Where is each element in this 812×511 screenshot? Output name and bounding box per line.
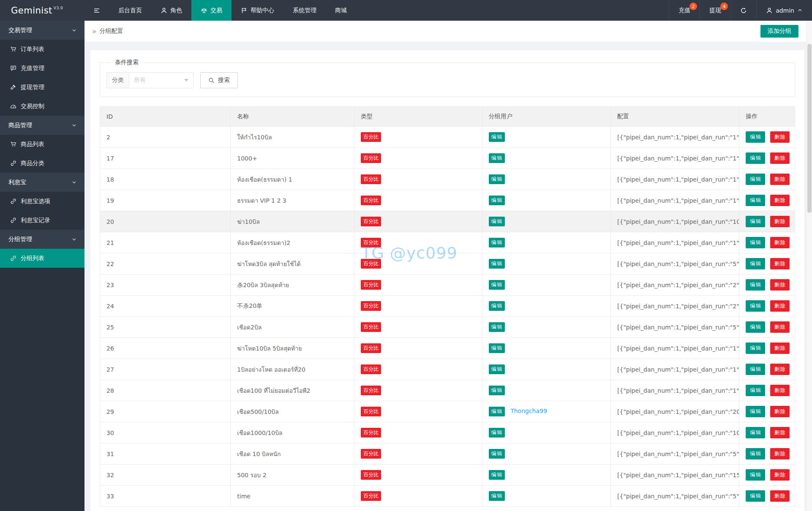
delete-row-button[interactable]: 删除 (770, 300, 790, 311)
cell-id: 25 (100, 317, 231, 338)
hamburger-icon (93, 7, 100, 14)
table-row-26: 26 ฆ่าโหด10บิล 5บิลสุดท้าย 百分比 编辑 [{"pip… (100, 338, 795, 359)
edit-users-button[interactable]: 编辑 (489, 343, 505, 353)
sidebar-group-interest-treasure[interactable]: 利息宝 (0, 173, 84, 192)
link-icon (10, 255, 16, 261)
edit-row-button[interactable]: 编辑 (746, 448, 765, 459)
sidebar-item-product-category[interactable]: 商品分类 (0, 154, 84, 173)
edit-users-button[interactable]: 编辑 (489, 174, 505, 184)
edit-users-button[interactable]: 编辑 (489, 428, 505, 438)
delete-row-button[interactable]: 删除 (770, 490, 790, 501)
sidebar-item-interest-records[interactable]: 利息宝记录 (0, 211, 84, 230)
delete-row-button[interactable]: 删除 (770, 385, 790, 396)
table-row-25: 25 เชือด2บิล 百分比 编辑 [{"pipei_dan_num":1,… (100, 317, 795, 338)
delete-row-button[interactable]: 删除 (770, 448, 790, 459)
sidebar-item-interest-options[interactable]: 利息宝选项 (0, 192, 84, 211)
edit-users-button[interactable]: 编辑 (489, 491, 505, 501)
user-link[interactable]: Thongcha99 (510, 408, 547, 414)
edit-users-button[interactable]: 编辑 (489, 280, 505, 290)
nav-item-help-center[interactable]: 帮助中心 (232, 0, 283, 21)
edit-users-button[interactable]: 编辑 (489, 238, 505, 247)
sidebar-item-trade-control[interactable]: 交易控制 (0, 97, 84, 116)
delete-row-button[interactable]: 删除 (770, 469, 790, 480)
edit-users-button[interactable]: 编辑 (489, 407, 505, 416)
edit-row-button[interactable]: 编辑 (746, 195, 765, 206)
cell-type: 百分比 (354, 422, 482, 443)
delete-row-button[interactable]: 删除 (770, 131, 790, 142)
breadcrumb-icon: » (92, 27, 96, 35)
delete-row-button[interactable]: 删除 (770, 321, 790, 332)
delete-row-button[interactable]: 删除 (770, 174, 790, 185)
app-logo: Geminist V3.0 (0, 0, 84, 21)
sidebar-toggle-button[interactable] (84, 0, 109, 21)
edit-users-button[interactable]: 编辑 (489, 217, 505, 226)
nav-item-home[interactable]: 后台首页 (109, 0, 151, 21)
cell-users: 编辑 (482, 422, 610, 443)
refresh-icon (740, 7, 747, 14)
cell-config: [{"pipei_dan_num":1,"pipei_dan_run":"2",… (611, 275, 739, 296)
edit-users-button[interactable]: 编辑 (489, 132, 505, 142)
cell-config: [{"pipei_dan_num":1,"pipei_dan_run":"1",… (611, 148, 739, 169)
nav-item-mall[interactable]: 商城 (326, 0, 356, 21)
delete-row-button[interactable]: 删除 (770, 364, 790, 375)
edit-users-button[interactable]: 编辑 (489, 196, 505, 205)
sidebar-group-trade-management[interactable]: 交易管理 (0, 21, 84, 40)
user-menu[interactable]: admin (756, 0, 812, 21)
sidebar-group-group-management[interactable]: 分组管理 (0, 230, 84, 249)
refresh-button[interactable] (730, 0, 756, 21)
delete-row-button[interactable]: 删除 (770, 406, 790, 417)
edit-row-button[interactable]: 编辑 (746, 174, 765, 185)
edit-row-button[interactable]: 编辑 (746, 490, 765, 501)
cell-id: 2 (100, 127, 231, 148)
delete-row-button[interactable]: 删除 (770, 342, 790, 353)
scrollbar-thumb[interactable] (807, 44, 812, 213)
edit-users-button[interactable]: 编辑 (489, 386, 505, 395)
cell-config: [{"pipei_dan_num":1,"pipei_dan_run":"5",… (611, 443, 739, 465)
edit-row-button[interactable]: 编辑 (746, 237, 765, 248)
category-select[interactable]: 所有 (129, 72, 193, 88)
search-button[interactable]: 搜索 (200, 72, 238, 88)
edit-row-button[interactable]: 编辑 (746, 364, 765, 375)
edit-row-button[interactable]: 编辑 (746, 385, 765, 396)
edit-row-button[interactable]: 编辑 (746, 406, 765, 417)
add-group-button[interactable]: 添加分组 (760, 25, 798, 38)
edit-row-button[interactable]: 编辑 (746, 321, 765, 332)
sidebar-item-product-list[interactable]: 商品列表 (0, 135, 84, 154)
delete-row-button[interactable]: 删除 (770, 237, 790, 248)
edit-row-button[interactable]: 编辑 (746, 427, 765, 438)
edit-row-button[interactable]: 编辑 (746, 258, 765, 269)
quick-withdraw[interactable]: 提现 4 (700, 0, 730, 21)
edit-row-button[interactable]: 编辑 (746, 279, 765, 290)
edit-users-button[interactable]: 编辑 (489, 364, 505, 374)
edit-row-button[interactable]: 编辑 (746, 300, 765, 311)
delete-row-button[interactable]: 删除 (770, 279, 790, 290)
edit-users-button[interactable]: 编辑 (489, 153, 505, 163)
delete-row-button[interactable]: 删除 (770, 152, 790, 163)
edit-row-button[interactable]: 编辑 (746, 131, 765, 142)
quick-recharge[interactable]: 充值 2 (669, 0, 700, 21)
sidebar-item-withdraw-management[interactable]: 提现管理 (0, 78, 84, 97)
nav-item-trade[interactable]: 交易 (191, 0, 232, 21)
edit-row-button[interactable]: 编辑 (746, 152, 765, 163)
cell-users: 编辑 (482, 148, 610, 169)
delete-row-button[interactable]: 删除 (770, 258, 790, 269)
nav-item-system[interactable]: 系统管理 (283, 0, 326, 21)
sidebar-group-product-management[interactable]: 商品管理 (0, 116, 84, 135)
edit-users-button[interactable]: 编辑 (489, 470, 505, 480)
sidebar-item-order-list[interactable]: 订单列表 (0, 40, 84, 59)
delete-row-button[interactable]: 删除 (770, 195, 790, 206)
scrollbar[interactable] (806, 21, 812, 511)
edit-users-button[interactable]: 编辑 (489, 449, 505, 459)
delete-row-button[interactable]: 删除 (770, 427, 790, 438)
nav-item-roles[interactable]: 角色 (151, 0, 191, 21)
edit-row-button[interactable]: 编辑 (746, 216, 765, 227)
username: admin (776, 7, 794, 14)
sidebar-item-group-list[interactable]: 分组列表 (0, 249, 84, 268)
edit-users-button[interactable]: 编辑 (489, 259, 505, 269)
edit-row-button[interactable]: 编辑 (746, 342, 765, 353)
edit-users-button[interactable]: 编辑 (489, 301, 505, 311)
delete-row-button[interactable]: 删除 (770, 216, 790, 227)
edit-row-button[interactable]: 编辑 (746, 469, 765, 480)
edit-users-button[interactable]: 编辑 (489, 322, 505, 332)
sidebar-item-recharge-management[interactable]: 充值管理 (0, 59, 84, 78)
